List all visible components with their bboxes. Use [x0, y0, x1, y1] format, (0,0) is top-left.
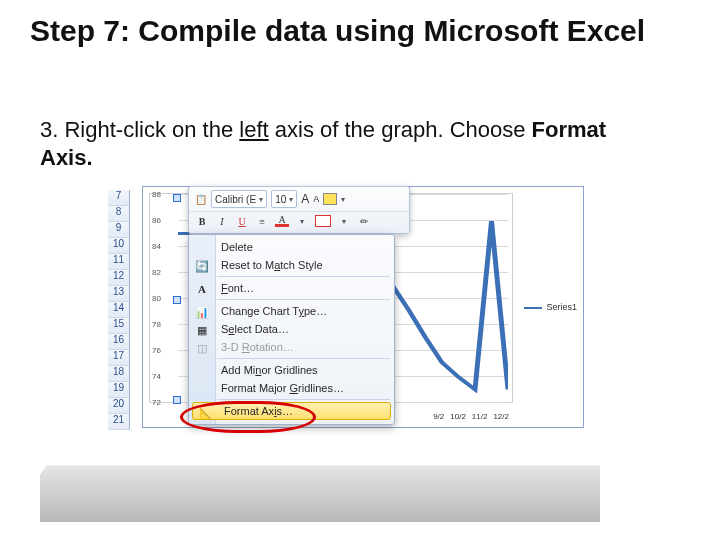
- underline-button[interactable]: U: [235, 216, 249, 227]
- y-tick-label: 72: [152, 398, 161, 407]
- select-data-icon: ▦: [194, 322, 210, 338]
- menu-separator: [217, 358, 390, 359]
- menu-item-delete[interactable]: Delete: [189, 238, 394, 256]
- font-picker[interactable]: Calibri (E▾: [211, 190, 267, 208]
- slide-decoration: [40, 452, 600, 522]
- menu-item-format-major-gridlines[interactable]: Format Major Gridlines…: [189, 379, 394, 397]
- chevron-down-icon: ▾: [289, 195, 293, 204]
- slide-title: Step 7: Compile data using Microsoft Exc…: [30, 14, 670, 47]
- chevron-down-icon: ▾: [259, 195, 263, 204]
- legend-swatch: [524, 307, 542, 309]
- row-header[interactable]: 15: [108, 318, 130, 334]
- y-tick-label: 80: [152, 294, 161, 303]
- menu-item-reset-match-style[interactable]: 🔄Reset to Match Style: [189, 256, 394, 274]
- row-header[interactable]: 9: [108, 222, 130, 238]
- align-button[interactable]: ≡: [255, 216, 269, 227]
- shrink-font-button[interactable]: A: [313, 194, 319, 204]
- row-header[interactable]: 12: [108, 270, 130, 286]
- font-icon: A: [194, 281, 210, 297]
- row-header[interactable]: 11: [108, 254, 130, 270]
- menu-item-add-minor-gridlines[interactable]: Add Minor Gridlines: [189, 361, 394, 379]
- paste-icon[interactable]: 📋: [195, 194, 207, 205]
- font-color-button[interactable]: A: [275, 215, 289, 227]
- font-name: Calibri (E: [215, 194, 256, 205]
- menu-item-select-data[interactable]: ▦Select Data…: [189, 320, 394, 338]
- chart-type-icon: 📊: [194, 304, 210, 320]
- y-tick-label: 88: [152, 190, 161, 199]
- context-menu: Delete 🔄Reset to Match Style AFont… 📊Cha…: [188, 234, 395, 425]
- instruction-text: 3. Right-click on the left axis of the g…: [40, 116, 660, 171]
- menu-separator: [217, 299, 390, 300]
- rotation-icon: ◫: [194, 340, 210, 356]
- mini-toolbar[interactable]: 📋 Calibri (E▾ 10▾ A A ▾ B I U ≡ A▾ ▾ ✏: [188, 186, 410, 234]
- row-header[interactable]: 10: [108, 238, 130, 254]
- italic-button[interactable]: I: [215, 216, 229, 227]
- menu-separator: [217, 276, 390, 277]
- row-header[interactable]: 7: [108, 190, 130, 206]
- menu-item-3d-rotation: ◫3-D Rotation…: [189, 338, 394, 356]
- reset-icon: 🔄: [194, 258, 210, 274]
- row-header[interactable]: 8: [108, 206, 130, 222]
- excel-screenshot: 7 8 9 10 11 12 13 14 15 16 17 18 19 20 2…: [108, 186, 598, 446]
- row-header[interactable]: 18: [108, 366, 130, 382]
- y-tick-label: 82: [152, 268, 161, 277]
- instruction-prefix: 3. Right-click on the: [40, 117, 239, 142]
- bold-button[interactable]: B: [195, 216, 209, 227]
- y-tick-label: 74: [152, 372, 161, 381]
- row-header[interactable]: 21: [108, 414, 130, 430]
- y-tick-label: 76: [152, 346, 161, 355]
- y-tick-label: 86: [152, 216, 161, 225]
- row-header[interactable]: 13: [108, 286, 130, 302]
- y-axis-selection[interactable]: [173, 197, 179, 401]
- x-tick-label: 10/2: [450, 412, 466, 421]
- x-tick-label: 9/2: [433, 412, 444, 421]
- chevron-down-icon[interactable]: ▾: [341, 195, 345, 204]
- chevron-down-icon[interactable]: ▾: [337, 217, 351, 226]
- border-color-button[interactable]: [315, 215, 331, 227]
- format-axis-icon: 📐: [198, 405, 214, 421]
- row-header[interactable]: 17: [108, 350, 130, 366]
- menu-separator: [217, 399, 390, 400]
- legend-label: Series1: [546, 302, 577, 312]
- font-size-value: 10: [275, 194, 286, 205]
- font-size-picker[interactable]: 10▾: [271, 190, 297, 208]
- format-painter-icon[interactable]: ✏: [357, 216, 371, 227]
- instruction-middle: axis of the graph. Choose: [269, 117, 532, 142]
- fill-color-button[interactable]: [323, 193, 337, 205]
- row-number-column: 7 8 9 10 11 12 13 14 15 16 17 18 19 20 2…: [108, 190, 130, 430]
- y-tick-label: 78: [152, 320, 161, 329]
- x-tick-label: 12/2: [493, 412, 509, 421]
- x-tick-label: 11/2: [472, 412, 488, 421]
- chevron-down-icon[interactable]: ▾: [295, 217, 309, 226]
- instruction-underlined: left: [239, 117, 268, 142]
- row-header[interactable]: 16: [108, 334, 130, 350]
- row-header[interactable]: 20: [108, 398, 130, 414]
- y-tick-label: 84: [152, 242, 161, 251]
- menu-item-format-axis[interactable]: 📐Format Axis…: [192, 402, 391, 420]
- row-header[interactable]: 19: [108, 382, 130, 398]
- row-header[interactable]: 14: [108, 302, 130, 318]
- menu-item-change-chart-type[interactable]: 📊Change Chart Type…: [189, 302, 394, 320]
- chart-legend[interactable]: Series1: [524, 302, 577, 312]
- menu-item-font[interactable]: AFont…: [189, 279, 394, 297]
- grow-font-button[interactable]: A: [301, 192, 309, 206]
